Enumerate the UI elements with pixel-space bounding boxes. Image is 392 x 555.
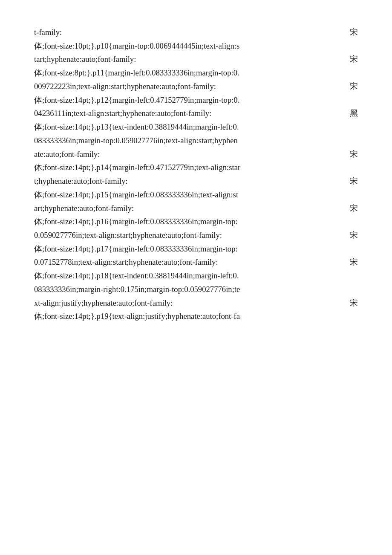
text-line: 0.059027776in;text-align:start;hyphenate… — [34, 228, 358, 242]
main-content: t-family: 宋 体;font-size:10pt;}.p10{margi… — [34, 26, 358, 323]
text-line: 体;font-size:10pt;}.p10{margin-top:0.0069… — [34, 39, 358, 53]
chinese-char: 宋 — [350, 202, 358, 215]
line-text: 体;font-size:14pt;}.p16{margin-left:0.083… — [34, 217, 238, 226]
line-text: t;hyphenate:auto;font-family: — [34, 174, 128, 188]
line-text: 体;font-size:14pt;}.p19{text-align:justif… — [34, 312, 240, 321]
line-text: 0.059027776in;text-align:start;hyphenate… — [34, 228, 222, 242]
text-line: 083333336in;margin-right:0.175in;margin-… — [34, 283, 358, 296]
line-text: 体;font-size:14pt;}.p17{margin-left:0.083… — [34, 244, 238, 253]
line-text: 0.07152778in;text-align:start;hyphenate:… — [34, 255, 218, 269]
text-line: 体;font-size:14pt;}.p18{text-indent:0.388… — [34, 269, 358, 283]
chinese-char: 宋 — [350, 296, 358, 310]
text-line: tart;hyphenate:auto;font-family: 宋 — [34, 52, 358, 66]
line-text: 体;font-size:14pt;}.p18{text-indent:0.388… — [34, 271, 239, 280]
line-text: t-family: — [34, 26, 62, 39]
text-line: ate:auto;font-family: 宋 — [34, 147, 358, 161]
line-text: 04236111in;text-align:start;hyphenate:au… — [34, 107, 211, 120]
line-text: 083333336in;margin-right:0.175in;margin-… — [34, 285, 240, 294]
text-line: 0.07152778in;text-align:start;hyphenate:… — [34, 255, 358, 269]
line-text: 体;font-size:14pt;}.p14{margin-left:0.471… — [34, 163, 240, 172]
text-line: 04236111in;text-align:start;hyphenate:au… — [34, 107, 358, 120]
text-container: t-family: 宋 体;font-size:10pt;}.p10{margi… — [34, 26, 358, 323]
text-line: 体;font-size:14pt;}.p19{text-align:justif… — [34, 309, 358, 323]
text-line: art;hyphenate:auto;font-family: 宋 — [34, 202, 358, 215]
text-line: 体;font-size:14pt;}.p12{margin-left:0.471… — [34, 93, 358, 107]
chinese-char: 黑 — [350, 107, 358, 120]
line-text: art;hyphenate:auto;font-family: — [34, 202, 134, 215]
line-text: tart;hyphenate:auto;font-family: — [34, 52, 136, 66]
text-line: 009722223in;text-align:start;hyphenate:a… — [34, 80, 358, 93]
text-line: 体;font-size:8pt;}.p11{margin-left:0.0833… — [34, 66, 358, 80]
chinese-char: 宋 — [350, 255, 358, 269]
line-text: 体;font-size:8pt;}.p11{margin-left:0.0833… — [34, 68, 239, 77]
text-line: t;hyphenate:auto;font-family: 宋 — [34, 174, 358, 188]
line-text: 009722223in;text-align:start;hyphenate:a… — [34, 80, 216, 93]
text-line: 083333336in;margin-top:0.059027776in;tex… — [34, 134, 358, 147]
chinese-char: 宋 — [350, 228, 358, 242]
text-line: 体;font-size:14pt;}.p17{margin-left:0.083… — [34, 242, 358, 256]
text-line: 体;font-size:14pt;}.p16{margin-left:0.083… — [34, 215, 358, 228]
line-text: 083333336in;margin-top:0.059027776in;tex… — [34, 136, 238, 145]
text-line: xt-align:justify;hyphenate:auto;font-fam… — [34, 296, 358, 310]
line-text: ate:auto;font-family: — [34, 147, 100, 161]
line-text: 体;font-size:14pt;}.p13{text-indent:0.388… — [34, 122, 239, 131]
line-text: 体;font-size:14pt;}.p15{margin-left:0.083… — [34, 190, 238, 199]
line-text: 体;font-size:14pt;}.p12{margin-left:0.471… — [34, 95, 239, 104]
line-text: 体;font-size:10pt;}.p10{margin-top:0.0069… — [34, 41, 239, 50]
chinese-char: 宋 — [350, 147, 358, 161]
line-text: xt-align:justify;hyphenate:auto;font-fam… — [34, 296, 173, 310]
chinese-char: 宋 — [350, 26, 358, 39]
chinese-char: 宋 — [350, 80, 358, 93]
chinese-char: 宋 — [350, 52, 358, 66]
text-line: 体;font-size:14pt;}.p15{margin-left:0.083… — [34, 188, 358, 202]
text-line: 体;font-size:14pt;}.p14{margin-left:0.471… — [34, 161, 358, 174]
chinese-char: 宋 — [350, 174, 358, 188]
text-line: t-family: 宋 — [34, 26, 358, 39]
text-line: 体;font-size:14pt;}.p13{text-indent:0.388… — [34, 120, 358, 134]
